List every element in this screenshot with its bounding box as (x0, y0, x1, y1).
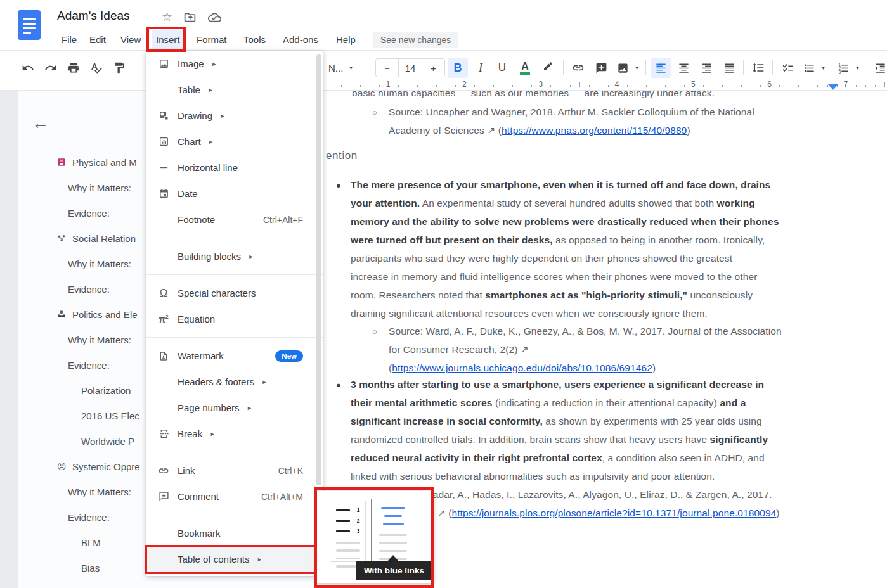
move-folder-icon[interactable] (183, 11, 197, 27)
menu-item-shortcut: Ctrl+Alt+M (261, 492, 303, 502)
menu-item-building-blocks[interactable]: Building blocks► (146, 243, 323, 269)
cloud-saved-icon[interactable] (207, 11, 222, 27)
ballot-icon (57, 310, 72, 319)
font-size-value[interactable]: 14 (398, 59, 422, 77)
text-run: draining significant attentional resourc… (351, 308, 708, 319)
menu-item-label: Equation (178, 314, 215, 324)
menu-item-comment[interactable]: CommentCtrl+Alt+M (146, 483, 323, 509)
menu-item-watermark[interactable]: WatermarkNew (146, 343, 323, 369)
toc-with-page-numbers-option[interactable]: 1 2 3 (330, 501, 366, 562)
menubar-item-tools[interactable]: Tools (239, 30, 270, 49)
ruler[interactable]: 1234567 (0, 79, 887, 91)
menu-item-break[interactable]: Break► (146, 421, 323, 447)
link-icon (157, 465, 171, 476)
align-right-button[interactable] (696, 58, 716, 78)
text-run: ) (687, 125, 690, 136)
menu-item-footnote[interactable]: FootnoteCtrl+Alt+F (146, 207, 323, 233)
ruler-number: 5 (691, 80, 696, 89)
menu-item-bookmark[interactable]: Bookmark (146, 520, 323, 546)
menubar-item-view[interactable]: View (116, 30, 145, 49)
outline-item-label: Evidence: (68, 208, 110, 219)
menu-item-drawing[interactable]: Drawing► (146, 103, 323, 129)
doc-text-line: for Consumer Research, 2(2) ↗ (389, 344, 529, 355)
see-new-changes-button[interactable]: See new changes (373, 32, 458, 48)
outline-item-label: BLM (81, 537, 101, 548)
menu-item-label: Headers & footers (178, 376, 254, 387)
hyperlink[interactable]: https://www.pnas.org/content/115/40/9889 (502, 125, 687, 136)
menubar-item-edit[interactable]: Edit (85, 30, 110, 49)
menubar-item-add-ons[interactable]: Add-ons (278, 30, 323, 49)
font-size-decrease-button[interactable]: − (376, 59, 398, 77)
redo-button[interactable] (41, 58, 61, 78)
menubar-item-help[interactable]: Help (332, 30, 360, 49)
text-color-button[interactable]: A (515, 58, 535, 78)
menu-item-headers-footers[interactable]: Headers & footers► (146, 369, 323, 395)
google-docs-logo[interactable] (18, 10, 41, 40)
line-spacing-button[interactable] (748, 58, 768, 78)
text-run: randomized controlled trials. In additio… (351, 434, 710, 445)
bulleted-list-button[interactable]: ▾ (800, 58, 828, 78)
ruler-tick (436, 85, 437, 87)
submenu-arrow-icon: ► (241, 253, 261, 260)
menubar-item-format[interactable]: Format (192, 30, 231, 49)
font-size-increase-button[interactable]: + (422, 59, 444, 77)
menu-item-label: Table (178, 84, 200, 95)
menubar-item-file[interactable]: File (57, 30, 81, 49)
align-left-button[interactable] (651, 58, 671, 78)
menu-item-horizontal-line[interactable]: Horizontal line (146, 155, 323, 181)
menu-item-label: Date (178, 188, 198, 199)
outline-item-label: Evidence: (68, 284, 110, 295)
document-title[interactable]: Adam's Ideas (57, 9, 130, 23)
health-icon (57, 158, 72, 167)
menu-item-table[interactable]: Table► (146, 77, 323, 103)
undo-button[interactable] (18, 58, 38, 78)
indent-increase-button[interactable] (870, 58, 887, 78)
menu-item-shortcut: Ctrl+K (278, 466, 303, 476)
checklist-button[interactable] (777, 58, 798, 78)
numbered-list-button[interactable]: 123▾ (834, 58, 862, 78)
menu-item-label: Footnote (178, 214, 215, 225)
text-run: ) (776, 508, 779, 518)
star-icon[interactable]: ☆ (162, 10, 172, 24)
menu-item-table-of-contents[interactable]: Table of contents► (146, 546, 323, 572)
menu-item-equation[interactable]: π2Equation (146, 306, 323, 332)
insert-comment-button[interactable] (591, 58, 611, 78)
close-outline-icon[interactable]: ← (32, 115, 49, 132)
hyperlink[interactable]: https://www.journals.uchicago.edu/doi/ab… (392, 362, 652, 373)
insert-link-button[interactable] (568, 58, 588, 78)
print-button[interactable] (63, 58, 84, 78)
sub-bullet-icon: ○ (372, 108, 377, 117)
menu-scrollbar[interactable] (316, 54, 321, 485)
menu-item-label: Horizontal line (178, 162, 238, 173)
text-run: significant increase in social conformit… (351, 416, 543, 426)
menu-item-label: Link (178, 465, 195, 476)
menubar-item-insert[interactable]: Insert (152, 30, 185, 49)
menu-item-chart[interactable]: Chart► (146, 129, 323, 155)
doc-text-line: participants who said they were highly d… (351, 253, 732, 264)
bold-button[interactable]: B (448, 58, 468, 78)
menu-item-special-characters[interactable]: ΩSpecial characters (146, 280, 323, 306)
menu-item-link[interactable]: LinkCtrl+K (146, 457, 323, 483)
indent-marker-icon[interactable] (828, 84, 838, 90)
underline-button[interactable]: U (492, 58, 512, 78)
justify-button[interactable] (719, 58, 739, 78)
text-run: reduced neural activity in their right p… (351, 452, 602, 463)
ruler-tick (741, 85, 742, 87)
font-name-select[interactable]: N... ▾ (328, 58, 368, 78)
menu-item-page-numbers[interactable]: Page numbers► (146, 395, 323, 421)
insert-image-button[interactable]: ▾ (614, 58, 642, 78)
spell-check-button[interactable] (86, 58, 107, 78)
italic-button[interactable]: I (470, 58, 491, 78)
ruler-tick (474, 85, 475, 87)
highlight-color-button[interactable] (538, 58, 558, 78)
paint-format-button[interactable] (109, 58, 129, 78)
hyperlink[interactable]: https://journals.plos.org/plosone/articl… (451, 508, 776, 518)
submenu-arrow-icon: ► (240, 405, 260, 411)
align-center-button[interactable] (673, 58, 694, 78)
menu-item-label: Chart (178, 136, 201, 147)
chevron-down-icon: ▾ (822, 65, 825, 71)
menu-item-image[interactable]: Image► (146, 51, 323, 77)
menu-item-date[interactable]: Date (146, 181, 323, 207)
ruler-tick (675, 85, 675, 87)
tooltip-arrow-icon (387, 555, 399, 561)
